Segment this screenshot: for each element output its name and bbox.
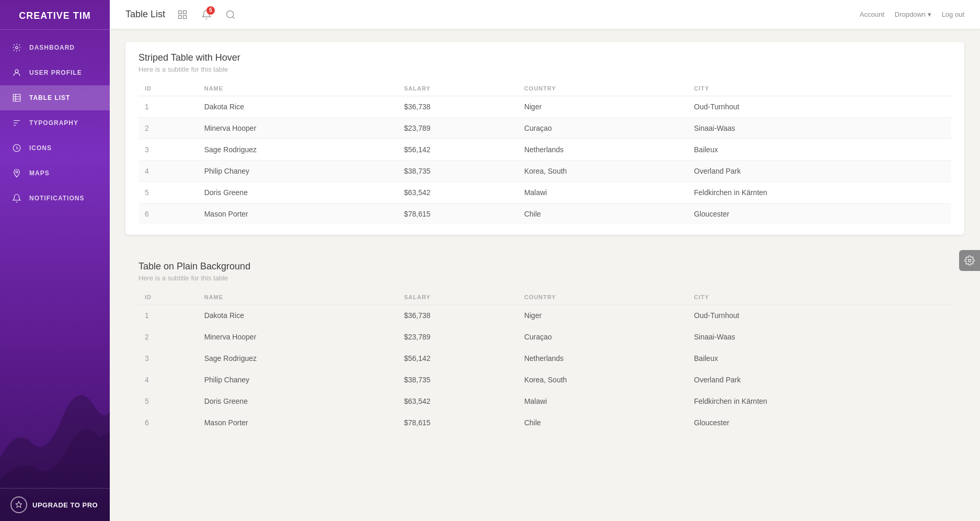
striped-table-head: ID NAME SALARY COUNTRY CITY [139, 81, 951, 96]
table-row: 6Mason Porter$78,615ChileGloucester [139, 203, 951, 225]
plain-table-wrap: ID NAME SALARY COUNTRY CITY 1Dakota Rice… [125, 290, 964, 444]
striped-table-title: Striped Table with Hover [139, 52, 951, 63]
sidebar-logo: CREATIVE TIM [0, 0, 110, 30]
account-link[interactable]: Account [860, 10, 884, 18]
sidebar-item-user-label: USER PROFILE [29, 69, 82, 76]
col-salary: SALARY [398, 81, 518, 96]
sidebar-item-table-label: TABLE LIST [29, 94, 70, 101]
maps-icon [10, 167, 23, 179]
sidebar-upgrade-section: UPGRADE TO PRO [0, 488, 110, 521]
striped-table-subtitle: Here is a subtitle for this table [139, 65, 951, 73]
header-left: Table List 5 [125, 5, 860, 24]
main-content: Striped Table with Hover Here is a subti… [110, 29, 980, 521]
svg-rect-6 [183, 10, 187, 14]
plain-table-title: Table on Plain Background [139, 261, 951, 272]
svg-rect-8 [183, 15, 187, 18]
plain-table-subtitle: Here is a subtitle for this table [139, 274, 951, 282]
table-header-row: ID NAME SALARY COUNTRY CITY [139, 81, 951, 96]
striped-table: ID NAME SALARY COUNTRY CITY 1Dakota Rice… [139, 81, 951, 224]
sidebar-item-notifications-label: NOTIFICATIONS [29, 195, 84, 202]
table-row: 5Doris Greene$63,542MalawiFeldkirchen in… [139, 391, 951, 412]
header-right: Account Dropdown ▾ Log out [860, 10, 964, 18]
sidebar-item-dashboard[interactable]: DASHBOARD [0, 35, 110, 60]
svg-point-10 [969, 259, 971, 262]
sidebar-item-notifications[interactable]: NOTIFICATIONS [0, 186, 110, 211]
sidebar-item-dashboard-label: DASHBOARD [29, 44, 75, 51]
col-city: CITY [688, 81, 951, 96]
header-icons: 5 [173, 5, 240, 24]
table-row: 4Philip Chaney$38,735Korea, SouthOverlan… [139, 369, 951, 391]
sidebar-item-icons-label: ICONS [29, 144, 52, 152]
sidebar-item-typography-label: TYPOGRAPHY [29, 119, 78, 127]
sidebar: CREATIVE TIM DASHBOARD USER PROFILE TABL… [0, 0, 110, 521]
upgrade-label: UPGRADE TO PRO [32, 501, 98, 509]
main-wrapper: Table List 5 Account Dropdown ▾ Log out [110, 0, 980, 521]
table-header-row: ID NAME SALARY COUNTRY CITY [139, 290, 951, 305]
sidebar-item-table-list[interactable]: TABLE LIST [0, 85, 110, 110]
upgrade-button[interactable]: UPGRADE TO PRO [10, 496, 99, 513]
sidebar-item-maps-label: MAPS [29, 169, 50, 177]
notification-badge: 5 [206, 6, 215, 15]
table-row: 2Minerva Hooper$23,789CuraçaoSinaai-Waas [139, 326, 951, 348]
table-row: 4Philip Chaney$38,735Korea, SouthOverlan… [139, 161, 951, 182]
svg-rect-5 [179, 10, 182, 14]
svg-point-9 [227, 10, 234, 17]
table-icon [10, 92, 23, 104]
header: Table List 5 Account Dropdown ▾ Log out [110, 0, 980, 29]
notifications-button[interactable]: 5 [197, 5, 216, 24]
sidebar-item-icons[interactable]: ICONS [0, 135, 110, 161]
dashboard-shortcut-button[interactable] [173, 5, 192, 24]
table-row: 6Mason Porter$78,615ChileGloucester [139, 412, 951, 434]
striped-table-header: Striped Table with Hover Here is a subti… [125, 42, 964, 81]
settings-float-button[interactable] [959, 250, 980, 271]
table-row: 3Sage Rodriguez$56,142NetherlandsBaileux [139, 348, 951, 369]
dashboard-icon [10, 41, 23, 54]
table-row: 5Doris Greene$63,542MalawiFeldkirchen in… [139, 182, 951, 203]
upgrade-icon [10, 496, 27, 513]
sidebar-item-user-profile[interactable]: USER PROFILE [0, 60, 110, 85]
col-country: COUNTRY [518, 290, 688, 305]
svg-point-1 [15, 70, 18, 73]
plain-table-card: Table on Plain Background Here is a subt… [125, 251, 964, 444]
col-id: ID [139, 290, 198, 305]
plain-table-body: 1Dakota Rice$36,738NigerOud-Turnhout 2Mi… [139, 305, 951, 434]
page-title: Table List [125, 9, 165, 20]
plain-table-head: ID NAME SALARY COUNTRY CITY [139, 290, 951, 305]
svg-point-0 [16, 47, 18, 49]
striped-table-card: Striped Table with Hover Here is a subti… [125, 42, 964, 235]
bell-icon [10, 192, 23, 205]
logout-link[interactable]: Log out [942, 10, 964, 18]
striped-table-body: 1Dakota Rice$36,738NigerOud-Turnhout 2Mi… [139, 96, 951, 225]
search-button[interactable] [221, 5, 240, 24]
col-country: COUNTRY [518, 81, 688, 96]
table-row: 3Sage Rodriguez$56,142NetherlandsBaileux [139, 139, 951, 161]
col-city: CITY [688, 290, 951, 305]
col-name: NAME [198, 290, 398, 305]
user-icon [10, 66, 23, 79]
svg-rect-2 [13, 94, 20, 101]
plain-table: ID NAME SALARY COUNTRY CITY 1Dakota Rice… [139, 290, 951, 433]
table-row: 1Dakota Rice$36,738NigerOud-Turnhout [139, 96, 951, 118]
col-id: ID [139, 81, 198, 96]
col-name: NAME [198, 81, 398, 96]
typography-icon [10, 117, 23, 129]
sidebar-nav: DASHBOARD USER PROFILE TABLE LIST TYPOGR… [0, 30, 110, 488]
svg-rect-7 [179, 15, 182, 18]
icons-nav-icon [10, 142, 23, 154]
sidebar-item-maps[interactable]: MAPS [0, 161, 110, 186]
svg-point-4 [16, 171, 18, 173]
sidebar-item-typography[interactable]: TYPOGRAPHY [0, 110, 110, 135]
dropdown-link[interactable]: Dropdown ▾ [895, 10, 931, 18]
striped-table-wrap: ID NAME SALARY COUNTRY CITY 1Dakota Rice… [125, 81, 964, 235]
table-row: 1Dakota Rice$36,738NigerOud-Turnhout [139, 305, 951, 326]
col-salary: SALARY [398, 290, 518, 305]
plain-table-header: Table on Plain Background Here is a subt… [125, 251, 964, 290]
table-row: 2Minerva Hooper$23,789CuraçaoSinaai-Waas [139, 118, 951, 139]
